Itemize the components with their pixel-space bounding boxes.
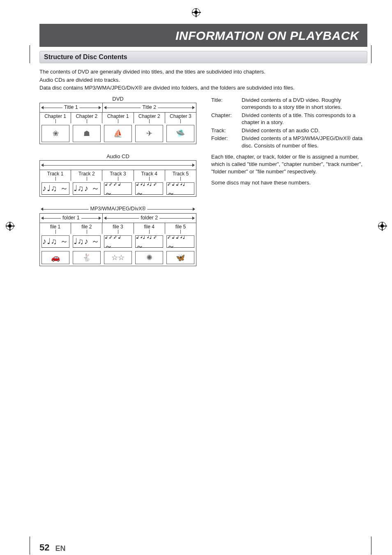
definition-body: Divided contents of an audio CD. <box>242 127 367 134</box>
unit-label: file 1 <box>40 223 71 230</box>
unit-label: Chapter 1 <box>40 113 71 119</box>
music-notes-icon: ♩♪♪♩ ～ <box>104 182 132 195</box>
music-notes-icon: ♪♩♩♫～ <box>166 182 194 195</box>
unit-label: Chapter 3 <box>165 113 196 119</box>
music-notes-icon: ♪♩♫ ～ <box>42 182 69 195</box>
page-title-banner: INFORMATION ON PLAYBACK <box>39 24 367 47</box>
registration-mark-right <box>378 222 386 230</box>
definition-term: Folder: <box>211 135 236 149</box>
intro-text: The contents of DVD are generally divide… <box>39 68 367 92</box>
music-notes-icon: ♩♫♫♪～ <box>135 182 163 195</box>
language-code: EN <box>55 544 65 553</box>
data-disc-diagram: MP3/WMA/JPEG/DivX® folder 1 folder 2 <box>39 206 196 266</box>
music-notes-icon: ♪♩♩♫～ <box>166 235 194 248</box>
registration-mark-top <box>0 8 392 16</box>
span-label: folder 1 <box>61 215 81 221</box>
span-label: Title 2 <box>141 104 158 110</box>
music-notes-icon: ♩♫♪ ～ <box>73 235 101 248</box>
definition-term: Title: <box>211 97 236 111</box>
thumbnail-icon: ☆☆ <box>104 251 132 264</box>
unit-label: file 2 <box>71 223 102 230</box>
music-notes-icon: ♪♩♫ ～ <box>42 235 69 248</box>
unit-label: file 4 <box>134 223 165 230</box>
diagrams-column: DVD Title 1 Title 2 <box>39 96 196 275</box>
page-footer: 52 EN <box>39 542 367 553</box>
unit-label: Track 1 <box>40 170 71 177</box>
thumbnail-icon: ⛵ <box>104 125 132 142</box>
crop-rule-right <box>371 537 371 555</box>
unit-label: file 5 <box>165 223 196 230</box>
unit-label: Chapter 2 <box>71 113 102 119</box>
crop-rule-left <box>30 45 30 63</box>
span-label: folder 2 <box>139 215 159 221</box>
unit-label: Track 5 <box>165 170 196 177</box>
section-heading: Structure of Disc Contents <box>39 51 367 63</box>
thumbnail-icon: 🛸 <box>166 125 194 142</box>
intro-line: Data disc contains MP3/WMA/JPEG/DivX® ar… <box>39 84 367 92</box>
unit-label: file 3 <box>102 223 133 230</box>
definition-term: Track: <box>211 127 236 134</box>
unit-label: Chapter 2 <box>134 113 165 119</box>
dvd-diagram: DVD Title 1 Title 2 <box>39 96 196 144</box>
thumbnail-icon: ✺ <box>135 251 163 264</box>
unit-label: Chapter 1 <box>102 113 133 119</box>
audio-cd-diagram: Audio CD Track 1 Track 2 Track 3 Track 4… <box>39 153 196 197</box>
registration-mark-left <box>6 222 14 230</box>
thumbnail-icon: 🦋 <box>166 251 194 264</box>
crop-rule-left <box>30 537 30 555</box>
paragraph: Each title, chapter, or track, folder or… <box>211 153 367 175</box>
thumbnail-icon: 🐇 <box>73 251 101 264</box>
diagram-title: MP3/WMA/JPEG/DivX® <box>39 206 196 212</box>
unit-label: Track 3 <box>102 170 133 177</box>
thumbnail-icon: ☗ <box>73 125 101 142</box>
definition-body: Divided contents of a title. This corres… <box>242 112 367 126</box>
crop-rule-right <box>371 45 371 63</box>
music-notes-icon: ♩♪♪♩ ～ <box>104 235 132 248</box>
music-notes-icon: ♩♫♪ ～ <box>73 182 101 195</box>
thumbnail-icon: ✈ <box>135 125 163 142</box>
definition-body: Divided contents of a MP3/WMA/JPEG/DivX®… <box>242 135 367 149</box>
intro-line: Audio CDs are divided into tracks. <box>39 76 367 84</box>
thumbnail-icon: 🚗 <box>42 251 69 264</box>
music-notes-icon: ♩♫♫♪～ <box>135 235 163 248</box>
diagram-title: Audio CD <box>39 153 196 159</box>
diagram-title: DVD <box>39 96 196 102</box>
unit-label: Track 4 <box>134 170 165 177</box>
page-body: INFORMATION ON PLAYBACK Structure of Dis… <box>0 24 392 555</box>
definitions-column: Title: Divided contents of a DVD video. … <box>211 96 367 275</box>
definition-term: Chapter: <box>211 112 236 126</box>
span-label: Title 1 <box>62 104 80 110</box>
paragraph: Some discs may not have these numbers. <box>211 179 367 187</box>
page-number: 52 <box>39 542 49 553</box>
unit-label: Track 2 <box>71 170 102 177</box>
intro-line: The contents of DVD are generally divide… <box>39 68 367 76</box>
definition-body: Divided contents of a DVD video. Roughly… <box>242 97 367 111</box>
thumbnail-icon: ❀ <box>42 125 69 142</box>
